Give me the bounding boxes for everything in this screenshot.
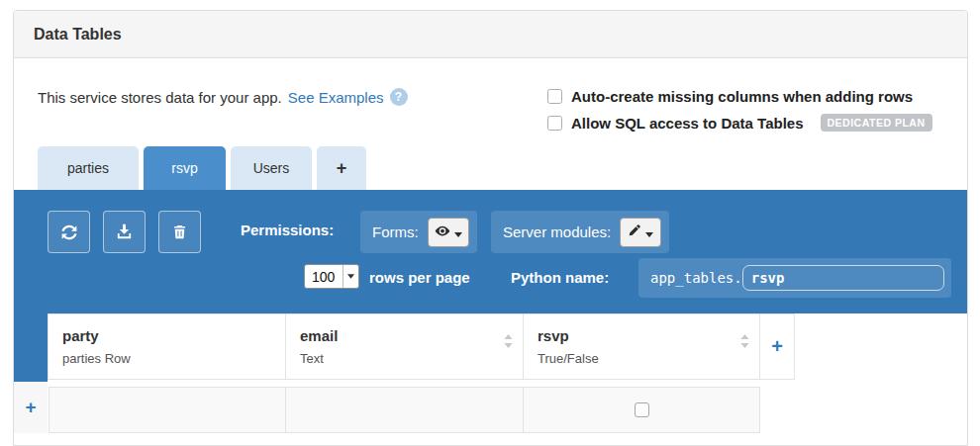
caret-down-icon bbox=[454, 223, 462, 240]
data-tables-panel: Data Tables This service stores data for… bbox=[13, 10, 968, 446]
sql-access-label: Allow SQL access to Data Tables bbox=[571, 115, 804, 132]
tab-rsvp[interactable]: rsvp bbox=[144, 146, 226, 190]
column-header-party[interactable]: party parties Row bbox=[48, 313, 286, 380]
python-name-label: Python name: bbox=[511, 269, 609, 286]
rows-per-page-label: rows per page bbox=[369, 269, 470, 286]
table-tabs: parties rsvp Users + bbox=[38, 146, 366, 190]
download-button[interactable] bbox=[103, 211, 146, 253]
table-row bbox=[49, 387, 759, 433]
column-header-email[interactable]: email Text bbox=[285, 313, 524, 380]
select-caret-icon bbox=[343, 265, 358, 288]
eye-icon bbox=[435, 223, 450, 240]
toolbar-left-strip bbox=[14, 313, 48, 382]
dedicated-plan-badge: DEDICATED PLAN bbox=[821, 114, 932, 132]
tab-users[interactable]: Users bbox=[231, 146, 312, 190]
refresh-icon bbox=[59, 223, 79, 242]
forms-label: Forms: bbox=[372, 223, 419, 240]
column-name: party bbox=[62, 327, 285, 344]
trash-icon bbox=[171, 223, 188, 240]
column-header-rsvp[interactable]: rsvp True/False bbox=[523, 313, 760, 380]
permissions-label: Permissions: bbox=[241, 222, 334, 238]
page-size-value: 100 bbox=[305, 269, 343, 285]
pencil-icon bbox=[628, 223, 641, 240]
table-toolbar: Permissions: Forms: Server mod bbox=[14, 190, 967, 313]
settings-checkboxes: Auto-create missing columns when adding … bbox=[547, 88, 932, 132]
python-name-group: app_tables. bbox=[638, 258, 951, 298]
auto-create-row: Auto-create missing columns when adding … bbox=[547, 88, 932, 105]
column-type: True/False bbox=[538, 351, 759, 366]
forms-permission-dropdown[interactable] bbox=[428, 218, 469, 247]
page-size-select[interactable]: 100 bbox=[304, 264, 359, 289]
auto-create-label: Auto-create missing columns when adding … bbox=[571, 88, 913, 105]
table-header-row: party parties Row email Text rsvp True/F… bbox=[48, 313, 794, 380]
see-examples-link[interactable]: See Examples bbox=[288, 89, 384, 106]
delete-table-button[interactable] bbox=[158, 211, 201, 253]
add-table-tab[interactable]: + bbox=[317, 146, 366, 190]
cell-rsvp bbox=[523, 387, 760, 433]
download-icon bbox=[115, 223, 134, 241]
add-column-button[interactable]: + bbox=[759, 313, 795, 380]
column-name: rsvp bbox=[538, 327, 759, 344]
page-title: Data Tables bbox=[34, 11, 122, 58]
sort-arrows-icon[interactable] bbox=[504, 334, 513, 352]
python-prefix: app_tables. bbox=[650, 270, 742, 286]
cell-email[interactable] bbox=[285, 387, 524, 433]
data-tables-screen: Data Tables This service stores data for… bbox=[0, 0, 980, 446]
intro-row: This service stores data for your app. S… bbox=[38, 88, 408, 106]
caret-down-icon bbox=[645, 223, 653, 240]
refresh-button[interactable] bbox=[48, 211, 90, 253]
server-permission-dropdown[interactable] bbox=[620, 218, 661, 247]
intro-text: This service stores data for your app. bbox=[38, 89, 282, 106]
column-type: Text bbox=[300, 351, 523, 366]
rsvp-checkbox[interactable] bbox=[635, 402, 649, 417]
forms-permission-group: Forms: bbox=[360, 211, 477, 253]
cell-party[interactable] bbox=[49, 387, 286, 433]
server-modules-label: Server modules: bbox=[503, 223, 611, 240]
column-type: parties Row bbox=[62, 351, 285, 366]
panel-heading: Data Tables bbox=[14, 11, 967, 58]
python-name-input[interactable] bbox=[742, 265, 944, 291]
sql-access-row: Allow SQL access to Data Tables DEDICATE… bbox=[547, 114, 932, 132]
server-permission-group: Server modules: bbox=[491, 211, 669, 253]
add-row-button[interactable]: + bbox=[14, 382, 48, 433]
sql-access-checkbox[interactable] bbox=[547, 116, 562, 131]
column-name: email bbox=[300, 327, 523, 344]
auto-create-checkbox[interactable] bbox=[547, 89, 562, 104]
sort-arrows-icon[interactable] bbox=[740, 334, 749, 352]
question-circle-icon[interactable]: ? bbox=[390, 88, 408, 106]
tab-parties[interactable]: parties bbox=[38, 146, 139, 190]
